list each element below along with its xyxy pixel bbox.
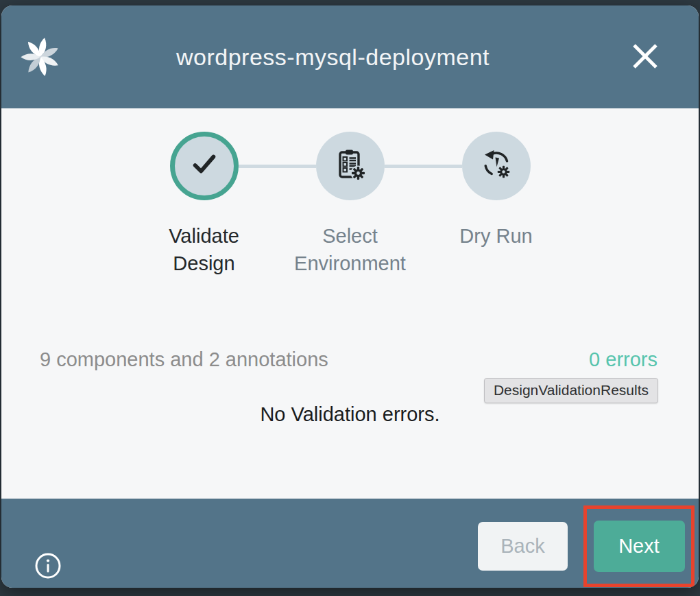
step-label-select-environment: Select Environment: [285, 222, 415, 277]
step-label-validate-design: Validate Design: [139, 222, 269, 277]
history-gear-icon: [480, 148, 513, 184]
validation-message: No Validation errors.: [1, 403, 699, 426]
highlight-annotation: Next: [583, 505, 695, 587]
validation-summary-row: 9 components and 2 annotations 0 errors: [40, 348, 657, 371]
step-select-environment: [316, 132, 385, 200]
close-button[interactable]: [630, 42, 660, 72]
step-connector: [239, 165, 316, 168]
back-button[interactable]: Back: [478, 522, 568, 571]
stepper: Validate Design Select Environment Dry R…: [170, 132, 531, 289]
modal-footer: Back Next: [1, 499, 699, 588]
components-count-text: 9 components and 2 annotations: [40, 348, 328, 371]
error-count-text: 0 errors: [589, 348, 657, 371]
modal-header: wordpress-mysql-deployment: [1, 5, 699, 108]
meshery-logo: [21, 37, 60, 77]
step-label-dry-run: Dry Run: [431, 222, 562, 250]
check-icon: [189, 149, 220, 183]
next-button[interactable]: Next: [594, 521, 685, 572]
info-icon: [33, 573, 63, 583]
deployment-wizard-modal: wordpress-mysql-deployment: [1, 5, 699, 588]
wizard-content: Validate Design Select Environment Dry R…: [1, 108, 699, 499]
design-validation-results-tooltip: DesignValidationResults: [484, 378, 658, 403]
close-icon: [631, 43, 659, 72]
step-validate-design: [170, 132, 239, 200]
clipboard-gear-icon: [334, 148, 367, 184]
step-dry-run: [462, 132, 531, 200]
info-button[interactable]: [33, 551, 63, 581]
page-title: wordpress-mysql-deployment: [60, 44, 605, 71]
step-connector: [385, 165, 462, 168]
